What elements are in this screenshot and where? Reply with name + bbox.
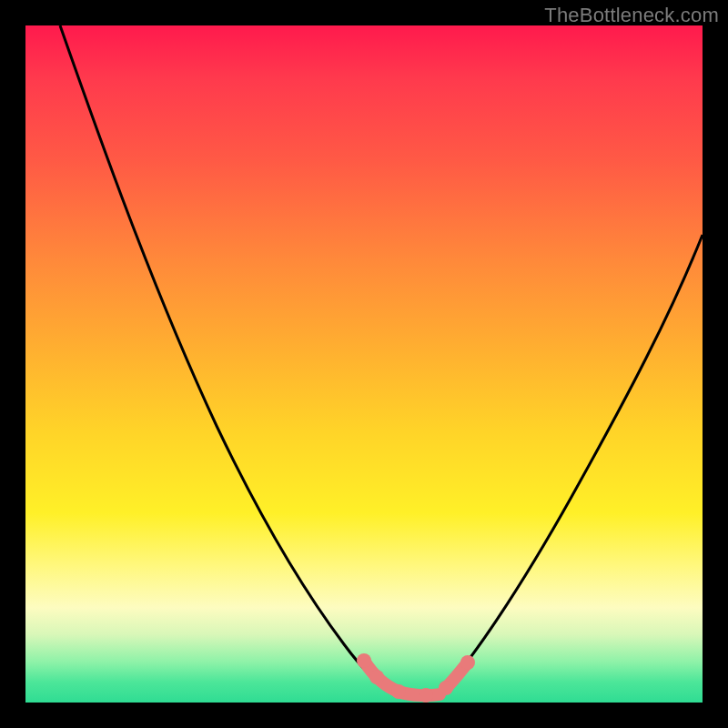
chart-overlay: [25, 25, 703, 703]
svg-point-2: [391, 684, 406, 699]
chart-frame: TheBottleneck.com: [0, 0, 728, 728]
svg-point-1: [369, 670, 384, 684]
svg-point-5: [460, 655, 475, 670]
watermark-text: TheBottleneck.com: [544, 4, 719, 27]
svg-point-3: [419, 688, 433, 703]
left-curve: [60, 25, 399, 697]
svg-point-0: [357, 653, 371, 668]
right-curve: [446, 235, 703, 688]
svg-point-4: [439, 681, 453, 695]
